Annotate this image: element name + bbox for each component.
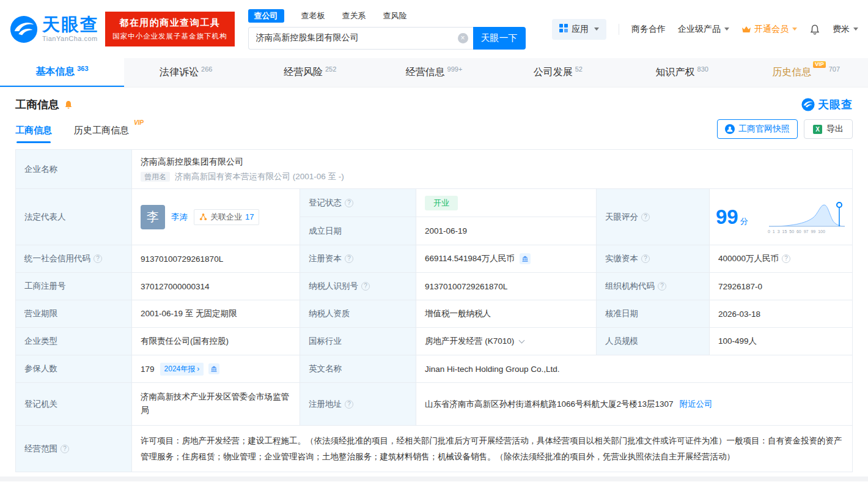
table-row: 法定代表人 李 李涛 关联企业 17 登记状态 ? 开业 成立日期 <box>16 189 852 245</box>
chevron-down-icon[interactable] <box>519 337 525 343</box>
search-tab-company[interactable]: 查公司 <box>248 9 284 23</box>
tab-operation-risk[interactable]: 经营风险 252 <box>248 58 372 87</box>
tab-intellectual-property[interactable]: 知识产权 830 <box>620 58 744 87</box>
help-icon[interactable]: ? <box>658 282 666 291</box>
field-label-text: 登记状态 <box>309 198 342 209</box>
tab-legal-proceedings[interactable]: 法律诉讼 266 <box>124 58 248 87</box>
official-snapshot-button[interactable]: 工商官网快照 <box>717 119 798 139</box>
search-area: 查公司 查老板 查关系 查风险 × 天眼一下 <box>248 9 526 50</box>
tianyancha-logo[interactable]: 天眼查 TianYanCha.com <box>10 15 99 43</box>
nav-cooperation[interactable]: 商务合作 <box>631 24 666 35</box>
help-icon[interactable]: ? <box>61 445 69 453</box>
field-label-established: 成立日期 <box>300 217 416 245</box>
field-value-paid-capital: 400000万人民币 ? <box>710 245 852 272</box>
table-row: 登记机关 济南高新技术产业开发区管委会市场监管局 注册地址 ? 山东省济南市高新… <box>16 383 852 426</box>
field-label-text: 注册地址 <box>309 399 342 410</box>
tab-count: 999+ <box>447 65 463 73</box>
table-row: 营业期限 2001-06-19 至 无固定期限 纳税人资质 增值税一般纳税人 核… <box>16 300 852 328</box>
nearby-companies-link[interactable]: 附近公司 <box>680 399 713 410</box>
table-row: 企业名称 济南高新控股集团有限公司 曾用名济南高新国有资本营运有限公司 (200… <box>16 150 852 189</box>
related-companies-count: 17 <box>245 212 254 221</box>
search-tab-risk[interactable]: 查风险 <box>383 10 407 21</box>
field-label-text: 经营范围 <box>24 443 57 454</box>
field-value-authority: 济南高新技术产业开发区管委会市场监管局 <box>132 383 300 425</box>
field-label-legal-rep: 法定代表人 <box>16 189 132 245</box>
tab-label: 知识产权 <box>656 66 695 79</box>
field-value-taxpayer-quality: 增值税一般纳税人 <box>416 300 597 327</box>
insured-detail-icon[interactable] <box>208 363 219 374</box>
search-tab-relation[interactable]: 查关系 <box>342 10 366 21</box>
promo-banner: 都在用的商业查询工具 国家中小企业发展子基金旗下机构 <box>105 12 235 46</box>
capital-detail-icon[interactable] <box>520 253 531 264</box>
snapshot-button-label: 工商官网快照 <box>738 124 790 135</box>
help-icon[interactable]: ? <box>345 400 353 409</box>
export-button[interactable]: X 导出 <box>804 119 853 139</box>
section-header: 工商信息 天眼查 <box>0 87 868 112</box>
tianyancha-logo-icon <box>10 15 38 43</box>
business-info-table: 企业名称 济南高新控股集团有限公司 曾用名济南高新国有资本营运有限公司 (200… <box>15 149 853 472</box>
table-subrow: 登记状态 ? 开业 <box>300 189 596 217</box>
nav-user[interactable]: 费米 <box>833 24 858 35</box>
crown-icon <box>741 26 751 33</box>
field-label-approval-date: 核准日期 <box>597 300 710 327</box>
apps-menu-button[interactable]: 应用 <box>552 19 606 40</box>
search-tab-boss[interactable]: 查老板 <box>301 10 325 21</box>
legal-rep-avatar[interactable]: 李 <box>141 205 165 229</box>
field-value-reg-status: 开业 <box>416 189 596 217</box>
help-icon[interactable]: ? <box>641 213 650 221</box>
field-value-reg-no: 370127000000314 <box>132 273 300 300</box>
tab-operation-info[interactable]: 经营信息 999+ <box>372 58 496 87</box>
alert-bell-icon[interactable] <box>64 100 73 109</box>
field-value-taxpayer-id: 91370100729261870L <box>416 273 597 300</box>
table-row: 统一社会信用代码 ? 91370100729261870L 注册资本 ? 669… <box>16 245 852 273</box>
legal-rep-name-link[interactable]: 李涛 <box>171 212 188 223</box>
search-input[interactable] <box>248 27 473 50</box>
nav-enterprise-products[interactable]: 企业级产品 <box>678 24 729 35</box>
former-name-line: 曾用名济南高新国有资本营运有限公司 (2001-06 至 -) <box>141 171 344 182</box>
chevron-down-icon <box>792 28 797 31</box>
help-icon[interactable]: ? <box>345 199 353 207</box>
notification-bell-icon[interactable] <box>809 24 820 35</box>
help-icon[interactable]: ? <box>345 254 353 263</box>
field-label-text: 统一社会信用代码 <box>24 253 90 264</box>
divider <box>619 24 619 35</box>
field-value-established: 2001-06-19 <box>416 217 596 245</box>
clear-search-icon[interactable]: × <box>458 33 468 43</box>
subtab-actions: 工商官网快照 X 导出 <box>717 119 853 143</box>
field-value-score: 99 分 0 1 3 15 50 60 97 99 100 <box>710 189 852 245</box>
subtab-history-business-info[interactable]: 历史工商信息 VIP <box>74 125 129 143</box>
tab-company-development[interactable]: 公司发展 52 <box>496 58 620 87</box>
field-label-insured: 参保人数 <box>16 355 132 382</box>
related-companies-badge[interactable]: 关联企业 17 <box>194 209 259 225</box>
tab-label: 公司发展 <box>534 66 573 79</box>
field-label-score: 天眼评分 ? <box>597 189 710 245</box>
help-icon[interactable]: ? <box>94 254 102 263</box>
tab-count: 707 <box>829 65 840 73</box>
industry-text: 房地产开发经营 (K7010) <box>425 336 514 347</box>
help-icon[interactable]: ? <box>782 254 790 263</box>
former-name-text: 济南高新国有资本营运有限公司 (2001-06 至 -) <box>175 172 344 181</box>
company-tab-bar: 基本信息 363 法律诉讼 266 经营风险 252 经营信息 999+ 公司发… <box>0 58 868 87</box>
annual-report-badge[interactable]: 2024年报 <box>160 363 204 376</box>
nav-open-vip[interactable]: 开通会员 <box>741 24 797 35</box>
tab-label: 经营信息 <box>406 66 445 79</box>
tianyancha-watermark-logo[interactable]: 天眼查 <box>801 97 853 112</box>
field-label-text: 组织机构代码 <box>605 281 655 292</box>
help-icon[interactable]: ? <box>361 282 370 291</box>
top-header: 天眼查 TianYanCha.com 都在用的商业查询工具 国家中小企业发展子基… <box>0 0 868 58</box>
field-value-company-type: 有限责任公司(国有控股) <box>132 328 300 355</box>
field-value-approval-date: 2026-03-18 <box>710 300 852 327</box>
tab-history-info[interactable]: 历史信息 VIP 707 <box>744 58 868 87</box>
tab-label: 法律诉讼 <box>160 66 199 79</box>
tab-count: 252 <box>325 65 336 73</box>
tab-basic-info[interactable]: 基本信息 363 <box>0 58 124 87</box>
subtab-business-info[interactable]: 工商信息 <box>15 125 52 143</box>
related-companies-label: 关联企业 <box>210 212 242 223</box>
snapshot-icon <box>725 124 735 134</box>
search-button[interactable]: 天眼一下 <box>473 27 526 50</box>
field-value-industry: 房地产开发经营 (K7010) <box>416 328 597 355</box>
help-icon[interactable]: ? <box>641 254 650 263</box>
subtab-row: 工商信息 历史工商信息 VIP 工商官网快照 X 导出 <box>0 112 868 143</box>
field-value-company-name: 济南高新控股集团有限公司 曾用名济南高新国有资本营运有限公司 (2001-06 … <box>132 150 852 188</box>
chevron-down-icon <box>724 28 729 31</box>
